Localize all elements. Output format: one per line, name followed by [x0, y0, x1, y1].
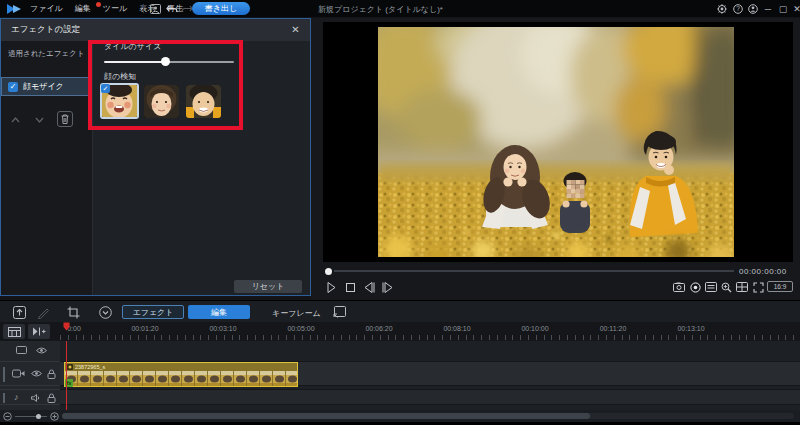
- tile-size-slider[interactable]: [104, 57, 234, 67]
- fullscreen-icon[interactable]: [750, 280, 766, 294]
- maximize-button[interactable]: ▢: [777, 3, 789, 14]
- undo-icon[interactable]: [165, 3, 179, 15]
- ruler-label: 00:01:20: [131, 325, 158, 332]
- ruler-label: 00:10:00: [521, 325, 548, 332]
- audio-track-header[interactable]: ♪: [0, 389, 60, 405]
- effect-checkbox[interactable]: ✓: [8, 82, 18, 92]
- project-title: 新規プロジェクト (タイトルなし)*: [318, 4, 443, 15]
- move-down-icon[interactable]: [31, 113, 47, 127]
- face-detection-label: 顔の検知: [104, 71, 136, 82]
- add-marker-button[interactable]: [28, 324, 50, 339]
- timeline-clip[interactable]: 23872965_s: [64, 362, 298, 387]
- import-to-library-icon[interactable]: [10, 304, 28, 320]
- zoom-out-icon[interactable]: [3, 412, 12, 421]
- audio-track-mute-icon[interactable]: [31, 394, 41, 402]
- effect-name: 顔モザイク: [23, 81, 64, 92]
- tile-size-label: タイルのサイズ: [104, 41, 161, 52]
- timecode: 00:00:00:00: [739, 267, 787, 276]
- help-icon[interactable]: ?: [732, 3, 744, 14]
- render-preview-icon[interactable]: [687, 280, 703, 294]
- storyboard-view-button[interactable]: [3, 324, 25, 339]
- close-window-button[interactable]: ✕: [791, 3, 800, 14]
- previous-frame-button[interactable]: [361, 280, 377, 294]
- seek-handle[interactable]: [325, 268, 332, 275]
- video-track-icon: [12, 369, 25, 378]
- menu-file[interactable]: ファイル: [24, 3, 69, 14]
- snapshot-camera-icon[interactable]: [671, 280, 687, 294]
- svg-text:?: ?: [736, 5, 740, 12]
- play-button[interactable]: [323, 280, 339, 294]
- export-button[interactable]: 書き出し: [192, 2, 250, 15]
- crop-icon[interactable]: [64, 304, 82, 320]
- dual-preview-icon[interactable]: [734, 280, 750, 294]
- preview-panel: 00:00:00:00 16: [311, 18, 800, 300]
- clip-name: 23872965_s: [75, 364, 105, 370]
- slider-fill: [104, 61, 166, 63]
- minimize-button[interactable]: ─: [762, 3, 774, 14]
- next-frame-button[interactable]: [379, 280, 395, 294]
- track-select-pin[interactable]: [3, 367, 5, 382]
- panel-dock-icon[interactable]: [330, 304, 348, 320]
- seek-bar[interactable]: [334, 270, 734, 272]
- account-icon[interactable]: [747, 3, 759, 14]
- audio-track-icon: ♪: [14, 392, 19, 402]
- applied-effects-label: 適用されたエフェクト: [8, 49, 84, 59]
- video-track-eye-icon[interactable]: [31, 370, 42, 377]
- track-visibility-all-icon[interactable]: [34, 345, 48, 355]
- audio-track-row[interactable]: [60, 389, 800, 405]
- ruler-label: 00:05:00: [287, 325, 314, 332]
- tab-effect[interactable]: エフェクト: [122, 305, 184, 319]
- face-thumb-woman[interactable]: [144, 85, 179, 118]
- settings-gear-icon[interactable]: [716, 3, 728, 14]
- ruler-label: 00:08:10: [443, 325, 470, 332]
- video-track-lock-icon[interactable]: [47, 369, 56, 379]
- keyframe-label[interactable]: キーフレーム: [272, 308, 321, 319]
- track-select-pin[interactable]: [3, 393, 5, 403]
- aspect-ratio-badge[interactable]: 16:9: [767, 281, 793, 292]
- audio-track-lock-icon[interactable]: [47, 393, 56, 403]
- effect-settings-panel: エフェクトの設定 ✕ 適用されたエフェクト ✓ 顔モザイク タイルのサイズ: [0, 18, 311, 296]
- playhead-line[interactable]: [66, 341, 67, 410]
- track-display-icon[interactable]: [14, 345, 28, 355]
- timeline-ruler[interactable]: 0:00 00:01:20 00:03:10 00:05:00 00:06:20…: [0, 322, 800, 341]
- close-panel-icon[interactable]: ✕: [289, 23, 302, 36]
- effect-list-item[interactable]: ✓ 顔モザイク: [1, 77, 92, 96]
- zoom-fit-icon[interactable]: [718, 280, 734, 294]
- app-window: ファイル 編集 ツール 表示 再生 書き出し 新規プロジェクト (タイトルなし)…: [0, 0, 800, 425]
- playhead-marker[interactable]: [63, 322, 70, 331]
- face-thumb-man[interactable]: [186, 85, 221, 118]
- face-thumb-check[interactable]: ✓: [101, 84, 110, 93]
- video-content-family-photo: [378, 27, 734, 257]
- display-options-icon[interactable]: [703, 280, 719, 294]
- more-tools-chevron-icon[interactable]: [96, 304, 114, 320]
- menu-tools[interactable]: ツール: [97, 3, 133, 14]
- timeline-toolbar: エフェクト 編集 キーフレーム: [0, 300, 800, 322]
- horizontal-scrollbar-thumb[interactable]: [62, 413, 590, 419]
- slider-rail: [166, 61, 234, 63]
- reset-button[interactable]: リセット: [234, 280, 302, 293]
- titlebar: ファイル 編集 ツール 表示 再生 書き出し 新規プロジェクト (タイトルなし)…: [0, 0, 800, 17]
- slider-handle[interactable]: [161, 57, 170, 66]
- video-track-row[interactable]: 23872965_s: [60, 361, 800, 386]
- menu-edit[interactable]: 編集: [69, 3, 97, 14]
- horizontal-scrollbar[interactable]: [62, 413, 794, 419]
- video-track-header[interactable]: [0, 361, 60, 386]
- zoom-in-icon[interactable]: [50, 412, 59, 421]
- move-up-icon[interactable]: [7, 113, 23, 127]
- video-frame: [323, 22, 793, 262]
- ruler-label: 00:13:10: [677, 325, 704, 332]
- child-figure: [560, 172, 590, 233]
- delete-effect-icon[interactable]: [57, 111, 73, 127]
- timeline-bottom-bar: [0, 410, 800, 422]
- timeline-zoom-slider[interactable]: [15, 416, 47, 417]
- panel-title: エフェクトの設定: [11, 24, 80, 36]
- ruler-label: 00:03:10: [209, 325, 236, 332]
- timeline-zoom-handle[interactable]: [36, 414, 41, 419]
- draw-pen-icon[interactable]: [34, 304, 52, 320]
- media-room-icon[interactable]: [148, 3, 162, 15]
- stop-button[interactable]: [342, 280, 358, 294]
- track-header-column: ♪: [0, 341, 60, 410]
- tab-edit[interactable]: 編集: [188, 305, 250, 319]
- menubar-divider: [143, 4, 144, 13]
- mosaic-face: [567, 180, 585, 198]
